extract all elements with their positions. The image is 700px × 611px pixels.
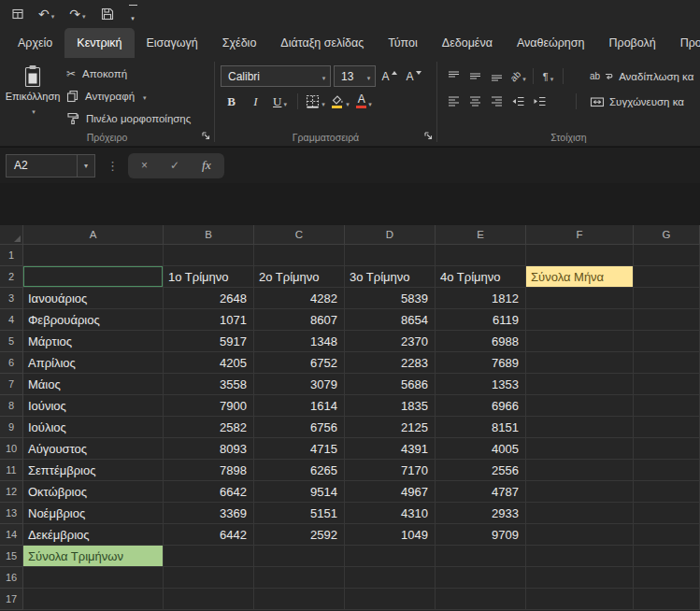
font-size-dropdown-icon[interactable] — [361, 70, 375, 83]
increase-indent-button[interactable] — [529, 92, 550, 111]
font-name-select[interactable]: Calibri — [221, 65, 331, 87]
cell-E16[interactable] — [436, 567, 526, 589]
align-right-button[interactable] — [486, 92, 507, 111]
underline-dropdown-icon[interactable] — [281, 93, 287, 110]
cell-F11[interactable] — [526, 460, 634, 481]
cell-C6[interactable]: 6752 — [254, 352, 345, 374]
cell-F14[interactable] — [526, 524, 634, 546]
cell-D13[interactable]: 4310 — [345, 503, 436, 524]
font-dialog-launcher-icon[interactable] — [424, 132, 433, 140]
cell-A7[interactable]: Μάιος — [23, 374, 164, 395]
cell-A12[interactable]: Οκτώβριος — [23, 481, 164, 503]
cell-A2[interactable] — [23, 266, 164, 288]
cell-D8[interactable]: 1835 — [345, 395, 436, 417]
cell-F9[interactable] — [526, 417, 634, 438]
cell-G8[interactable] — [634, 395, 700, 417]
cell-A15[interactable]: Σύνολα Τριμήνων — [23, 546, 164, 567]
cell-D2[interactable]: 3ο Τρίμηνο — [345, 266, 436, 288]
cell-E1[interactable] — [436, 245, 526, 266]
cell-E6[interactable]: 7689 — [436, 352, 526, 374]
cell-D6[interactable]: 2283 — [345, 352, 436, 374]
cancel-icon[interactable]: × — [141, 159, 148, 172]
font-size-select[interactable]: 13 — [334, 65, 376, 87]
cell-D7[interactable]: 5686 — [345, 374, 436, 395]
name-box-dropdown-icon[interactable] — [77, 155, 94, 177]
cell-A9[interactable]: Ιούλιος — [23, 417, 164, 438]
cell-D16[interactable] — [345, 567, 436, 589]
customize-qat-button[interactable] — [129, 5, 137, 24]
undo-dropdown-icon[interactable] — [50, 6, 55, 22]
cell-C1[interactable] — [254, 245, 345, 266]
merge-center-button[interactable]: Συγχώνευση κα — [590, 96, 696, 107]
ribbon-tab-review[interactable]: Αναθεώρηση — [505, 28, 597, 58]
cell-B3[interactable]: 2648 — [164, 288, 254, 309]
cell-E8[interactable]: 6966 — [436, 395, 526, 417]
column-header-C[interactable]: C — [254, 225, 345, 245]
cell-A13[interactable]: Νοέμβριος — [23, 503, 164, 524]
cell-C5[interactable]: 1348 — [254, 331, 345, 352]
cell-E15[interactable] — [436, 546, 526, 567]
font-color-dropdown-icon[interactable] — [366, 93, 372, 110]
row-header-1[interactable]: 1 — [0, 245, 23, 266]
cell-B9[interactable]: 2582 — [164, 417, 254, 438]
row-header-15[interactable]: 15 — [0, 546, 23, 567]
cell-F12[interactable] — [526, 481, 634, 503]
cell-G6[interactable] — [634, 352, 700, 374]
cell-D10[interactable]: 4391 — [345, 438, 436, 460]
cell-B1[interactable] — [164, 245, 254, 266]
wrap-text-button[interactable]: ab Αναδίπλωση κα — [590, 71, 696, 82]
cell-A16[interactable] — [23, 567, 164, 589]
ribbon-tab-page-layout[interactable]: Διάταξη σελίδας — [268, 28, 376, 58]
align-top-button[interactable] — [443, 66, 464, 86]
cell-E3[interactable]: 1812 — [436, 288, 526, 309]
cell-C3[interactable]: 4282 — [254, 288, 345, 309]
cell-G7[interactable] — [634, 374, 700, 395]
cell-E2[interactable]: 4ο Τρίμηνο — [436, 266, 526, 288]
italic-button[interactable]: I — [245, 91, 266, 112]
row-header-10[interactable]: 10 — [0, 438, 23, 460]
cell-F16[interactable] — [526, 567, 634, 589]
align-left-button[interactable] — [443, 92, 464, 111]
decrease-font-size-button[interactable]: A — [403, 65, 424, 87]
row-header-6[interactable]: 6 — [0, 352, 23, 374]
enter-icon[interactable]: ✓ — [170, 159, 179, 172]
cell-G10[interactable] — [634, 438, 700, 460]
cell-C16[interactable] — [254, 567, 345, 589]
cell-C9[interactable]: 6756 — [254, 417, 345, 438]
row-header-11[interactable]: 11 — [0, 460, 23, 481]
ribbon-tab-formulas[interactable]: Τύποι — [376, 28, 430, 58]
cell-A17[interactable] — [23, 589, 164, 610]
cell-E17[interactable] — [436, 589, 526, 610]
ribbon-tab-developer[interactable]: Προγ — [668, 28, 700, 58]
ribbon-tab-view[interactable]: Προβολή — [597, 28, 668, 58]
row-header-16[interactable]: 16 — [0, 567, 23, 589]
cell-A14[interactable]: Δεκέμβριος — [23, 524, 164, 546]
cell-G5[interactable] — [634, 331, 700, 352]
cell-G14[interactable] — [634, 524, 700, 546]
cell-F4[interactable] — [526, 309, 634, 331]
cell-G12[interactable] — [634, 481, 700, 503]
bold-button[interactable]: B — [221, 91, 242, 112]
cell-C11[interactable]: 6265 — [254, 460, 345, 481]
cell-D15[interactable] — [345, 546, 436, 567]
borders-button[interactable] — [305, 91, 326, 112]
cell-C13[interactable]: 5151 — [254, 503, 345, 524]
format-painter-button[interactable]: Πινέλο μορφοποίησης — [62, 107, 195, 129]
cell-B6[interactable]: 4205 — [164, 352, 254, 374]
cell-C10[interactable]: 4715 — [254, 438, 345, 460]
copy-dropdown-icon[interactable] — [141, 91, 147, 102]
paste-button[interactable]: Επικόλληση — [6, 62, 60, 129]
cell-B11[interactable]: 7898 — [164, 460, 254, 481]
fill-color-button[interactable] — [329, 91, 350, 112]
cell-A11[interactable]: Σεπτέμβριος — [23, 460, 164, 481]
row-header-7[interactable]: 7 — [0, 374, 23, 395]
formula-bar-handle-icon[interactable] — [107, 159, 119, 173]
text-direction-button[interactable]: ¶ — [537, 66, 559, 86]
cell-E13[interactable]: 2933 — [436, 503, 526, 524]
cell-D3[interactable]: 5839 — [345, 288, 436, 309]
cell-E7[interactable]: 1353 — [436, 374, 526, 395]
cell-D9[interactable]: 2125 — [345, 417, 436, 438]
ribbon-tab-data[interactable]: Δεδομένα — [430, 28, 505, 58]
cell-E12[interactable]: 4787 — [436, 481, 526, 503]
cell-C15[interactable] — [254, 546, 345, 567]
